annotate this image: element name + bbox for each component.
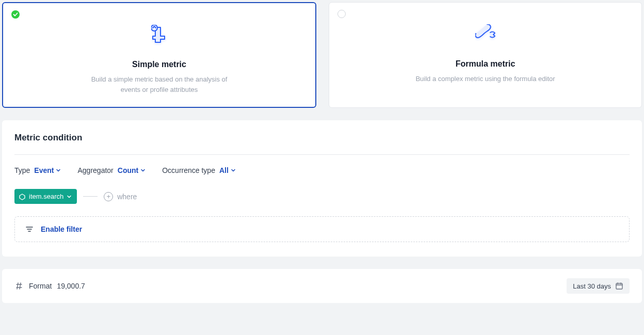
svg-point-0	[151, 25, 157, 31]
type-label: Type	[14, 166, 30, 174]
panel-heading: Metric condition	[14, 133, 630, 155]
filter-icon	[25, 225, 34, 233]
event-selector[interactable]: item.search	[14, 189, 77, 204]
plus-circle-icon: +	[104, 192, 113, 201]
occurrence-label: Occurrence type	[162, 166, 215, 174]
format-label: Format	[29, 282, 52, 290]
event-name: item.search	[29, 193, 63, 200]
event-row: item.search + where	[14, 189, 630, 204]
card-description: Build a simple metric based on the analy…	[82, 74, 237, 94]
calendar-icon	[615, 282, 623, 290]
aggregator-dropdown[interactable]: Count	[118, 166, 146, 174]
svg-rect-1	[616, 283, 622, 289]
card-title: Simple metric	[15, 60, 303, 69]
occurrence-value: All	[219, 166, 229, 174]
event-tag-icon	[19, 193, 26, 200]
enable-filter-button[interactable]: Enable filter	[41, 225, 82, 233]
footer-panel: Format 19,000.7 Last 30 days	[2, 269, 642, 303]
type-dropdown[interactable]: Event	[34, 166, 61, 174]
metric-condition-panel: Metric condition Type Event Aggregator C…	[2, 120, 642, 257]
date-range-label: Last 30 days	[573, 282, 611, 290]
filter-box: Enable filter	[14, 216, 630, 242]
card-description: Build a complex metric using the formula…	[408, 74, 563, 84]
formula-metric-card[interactable]: Formula metric Build a complex metric us…	[329, 2, 642, 108]
checkmark-icon	[11, 10, 20, 19]
condition-selectors: Type Event Aggregator Count Occurrence t…	[14, 166, 630, 174]
simple-metric-card[interactable]: Simple metric Build a simple metric base…	[2, 2, 316, 108]
simple-metric-icon	[15, 18, 303, 51]
radio-unselected	[337, 10, 346, 18]
chevron-down-icon	[140, 168, 146, 173]
chevron-down-icon	[67, 194, 72, 199]
formula-metric-icon	[342, 17, 629, 50]
format-display[interactable]: Format 19,000.7	[14, 281, 85, 291]
date-range-selector[interactable]: Last 30 days	[567, 278, 630, 294]
hash-icon	[14, 281, 24, 291]
connector-line	[83, 196, 98, 197]
aggregator-label: Aggregator	[77, 166, 113, 174]
card-title: Formula metric	[342, 59, 629, 69]
occurrence-dropdown[interactable]: All	[219, 166, 236, 174]
radio-empty-icon	[337, 10, 346, 18]
type-value: Event	[34, 166, 54, 174]
add-where-button[interactable]: + where	[104, 192, 137, 201]
radio-selected	[11, 10, 20, 19]
aggregator-value: Count	[118, 166, 138, 174]
format-value: 19,000.7	[57, 282, 85, 290]
chevron-down-icon	[56, 168, 61, 173]
where-label: where	[117, 193, 137, 201]
chevron-down-icon	[231, 168, 236, 173]
